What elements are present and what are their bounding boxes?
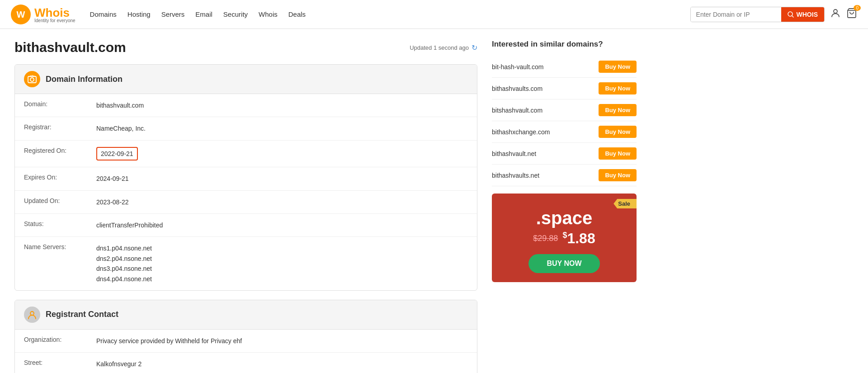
logo-text: Whois: [34, 6, 70, 19]
new-price: $1.88: [562, 230, 595, 247]
nameservers-value: dns1.p04.nsone.net dns2.p04.nsone.net dn…: [96, 243, 152, 284]
buy-now-button[interactable]: Buy Now: [599, 104, 637, 116]
main-nav: Domains Hosting Servers Email Security W…: [90, 10, 690, 18]
cart-badge: 0: [854, 5, 861, 11]
nav-deals[interactable]: Deals: [288, 10, 306, 18]
table-row: Street: Kalkofnsvegur 2: [15, 353, 477, 373]
search-bar: WHOIS: [690, 7, 825, 22]
header-right: WHOIS 0: [690, 7, 857, 22]
table-row: Registered On: 2022-09-21: [15, 141, 477, 167]
field-label: Name Servers:: [24, 243, 96, 250]
tld-text: .space: [501, 208, 627, 228]
list-item: bit-hash-vault.com Buy Now: [492, 56, 637, 78]
logo-sub: Identity for everyone: [34, 18, 75, 23]
field-value: 2023-08-22: [96, 197, 129, 207]
old-price: $29.88: [533, 234, 558, 243]
registered-on-value: 2022-09-21: [96, 147, 138, 161]
list-item: bithashxchange.com Buy Now: [492, 121, 637, 143]
sale-tag: Sale: [613, 199, 637, 208]
right-panel: Interested in similar domains? bit-hash-…: [492, 40, 637, 373]
search-icon: [788, 11, 794, 18]
main-content: bithashvault.com Updated 1 second ago ↻: [0, 29, 651, 373]
nav-whois[interactable]: Whois: [259, 10, 278, 18]
domain-info-card: Domain Information Domain: bithashvault.…: [14, 64, 477, 291]
user-account-icon[interactable]: [830, 8, 841, 21]
similar-domain-name: bithashvault.net: [492, 150, 536, 157]
similar-domain-name: bitshashvault.com: [492, 107, 542, 114]
buy-now-button[interactable]: Buy Now: [599, 61, 637, 73]
updated-text: Updated 1 second ago: [410, 44, 469, 51]
svg-line-3: [792, 15, 793, 17]
registrant-title: Registrant Contact: [46, 310, 118, 319]
field-value: bithashvault.com: [96, 100, 144, 110]
registrant-icon: [24, 307, 40, 323]
list-item: bithashvaults.com Buy Now: [492, 78, 637, 99]
field-label: Street:: [24, 359, 96, 366]
table-row: Name Servers: dns1.p04.nsone.net dns2.p0…: [15, 237, 477, 290]
buy-now-button[interactable]: Buy Now: [599, 147, 637, 160]
table-row: Domain: bithashvault.com: [15, 94, 477, 117]
field-label: Status:: [24, 220, 96, 227]
similar-domain-name: bithashxchange.com: [492, 128, 550, 136]
field-value: Privacy service provided by Withheld for…: [96, 336, 242, 346]
svg-point-11: [30, 312, 34, 315]
search-input[interactable]: [691, 7, 781, 22]
similar-domain-name: bithashvaults.net: [492, 172, 539, 179]
refresh-icon[interactable]: ↻: [472, 43, 477, 52]
domain-info-icon: [24, 71, 40, 87]
field-value: 2024-09-21: [96, 174, 129, 184]
domain-info-title: Domain Information: [46, 75, 123, 84]
updated-info: Updated 1 second ago ↻: [410, 43, 477, 52]
svg-text:W: W: [17, 9, 25, 19]
table-row: Status: clientTransferProhibited: [15, 214, 477, 237]
nav-security[interactable]: Security: [223, 10, 248, 18]
table-row: Organization: Privacy service provided b…: [15, 330, 477, 353]
nav-servers[interactable]: Servers: [161, 10, 185, 18]
similar-domain-name: bithashvaults.com: [492, 85, 542, 92]
list-item: bithashvault.net Buy Now: [492, 143, 637, 165]
table-row: Expires On: 2024-09-21: [15, 167, 477, 190]
logo-icon: W: [11, 5, 31, 24]
logo[interactable]: W Whois Identity for everyone: [11, 5, 75, 24]
buy-now-button[interactable]: Buy Now: [599, 82, 637, 94]
sale-buy-button[interactable]: BUY NOW: [528, 254, 599, 273]
cart-icon[interactable]: 0: [846, 8, 857, 21]
domain-info-header: Domain Information: [15, 65, 477, 94]
field-label: Domain:: [24, 100, 96, 108]
field-label: Organization:: [24, 336, 96, 343]
sale-banner: Sale .space $29.88 $1.88 BUY NOW: [492, 194, 637, 282]
field-label: Expires On:: [24, 174, 96, 181]
nav-domains[interactable]: Domains: [90, 10, 117, 18]
table-row: Registrar: NameCheap, Inc.: [15, 117, 477, 140]
registrant-header: Registrant Contact: [15, 300, 477, 330]
currency-symbol: $: [562, 231, 567, 240]
nav-hosting[interactable]: Hosting: [127, 10, 151, 18]
domain-title-row: bithashvault.com Updated 1 second ago ↻: [14, 40, 477, 55]
buy-now-button[interactable]: Buy Now: [599, 126, 637, 138]
field-label: Registered On:: [24, 147, 96, 154]
whois-search-button[interactable]: WHOIS: [781, 7, 824, 22]
list-item: bitshashvault.com Buy Now: [492, 99, 637, 121]
field-value: NameCheap, Inc.: [96, 123, 146, 133]
field-label: Updated On:: [24, 197, 96, 204]
field-value: Kalkofnsvegur 2: [96, 359, 142, 369]
buy-now-button[interactable]: Buy Now: [599, 169, 637, 181]
svg-point-4: [834, 9, 837, 13]
header: W Whois Identity for everyone Domains Ho…: [0, 0, 868, 29]
left-panel: bithashvault.com Updated 1 second ago ↻: [14, 40, 477, 373]
table-row: Updated On: 2023-08-22: [15, 191, 477, 214]
domain-title: bithashvault.com: [14, 40, 126, 55]
field-value: clientTransferProhibited: [96, 220, 163, 230]
field-label: Registrar:: [24, 123, 96, 131]
nav-email[interactable]: Email: [195, 10, 212, 18]
price-row: $29.88 $1.88: [501, 230, 627, 247]
registrant-card: Registrant Contact Organization: Privacy…: [14, 300, 477, 373]
list-item: bithashvaults.net Buy Now: [492, 165, 637, 186]
similar-domain-name: bit-hash-vault.com: [492, 63, 543, 71]
similar-domains-title: Interested in similar domains?: [492, 40, 637, 49]
svg-point-7: [30, 78, 34, 81]
